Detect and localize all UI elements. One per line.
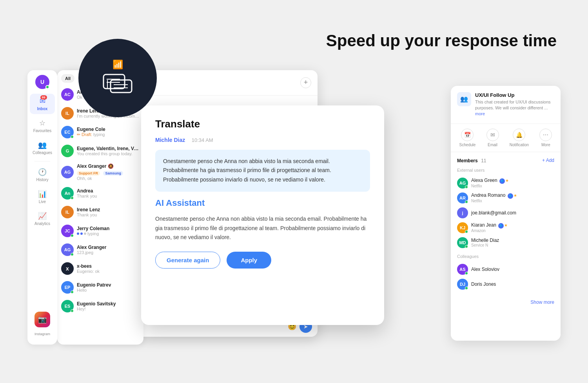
- email-action[interactable]: ✉ Email: [486, 129, 499, 147]
- instagram-label: Instagram: [34, 332, 50, 336]
- ai-assistant-title: AI Assistant: [155, 198, 370, 208]
- schedule-action[interactable]: 📅 Schedule: [459, 129, 476, 147]
- user-avatar: U: [35, 75, 49, 89]
- message-sender-info: Michle Diaz 10:34 AM: [155, 136, 370, 143]
- member-andrea-romano: AR Andrea Romano 🔷★ Netflix: [457, 191, 554, 205]
- sidebar-item-analytics[interactable]: 📈 Analytics: [30, 209, 55, 229]
- member-alex-soloviov: AS Alex Soloviov: [457, 262, 554, 277]
- chat-list-item-alex-granger2[interactable]: AG Alex Granger 123.jpeg: [57, 240, 143, 259]
- chat-list-item-andrea[interactable]: An Andrea Thank you: [57, 184, 143, 203]
- member-michelle-diaz: MD Michelle Diaz Service N: [457, 235, 554, 250]
- colleagues-label: Colleagues: [457, 254, 554, 259]
- channel-actions: 📅 Schedule ✉ Email 🔔 Notification ⋯ More: [451, 124, 561, 152]
- original-text: Onestamente penso che Anna non abbia vis…: [163, 158, 331, 183]
- sidebar: U ✉ 99 Inbox ☆ Favourites 👥 Colleagues 🕐…: [27, 70, 57, 345]
- brand-icon-circle: 📶: [78, 39, 157, 117]
- member-doris-jones: DJ Doris Jones: [457, 277, 554, 292]
- member-kiaran-jean: KJ Kiaran Jean 🔷★ Amazon: [457, 220, 554, 235]
- chat-list-item-jerry-coleman[interactable]: JC Jerry Coleman typing: [57, 221, 143, 240]
- sidebar-item-history[interactable]: 🕐 History: [30, 165, 55, 185]
- modal-title: Translate: [155, 118, 370, 130]
- svg-rect-1: [111, 80, 132, 93]
- ai-translated-text: Onestamente penso che Anna non abbia vis…: [155, 214, 370, 242]
- members-count: 11: [481, 158, 486, 163]
- translate-modal: Translate Michle Diaz 10:34 AM Onestamen…: [141, 105, 384, 325]
- sender-name: Michle Diaz: [155, 137, 185, 143]
- sender-time: 10:34 AM: [192, 137, 213, 143]
- channel-title: UX/UI Follow Up: [475, 92, 554, 98]
- chat-list-item-irene2[interactable]: IL Irene Lenz Thank you: [57, 203, 143, 221]
- sidebar-item-inbox[interactable]: ✉ 99 Inbox: [30, 94, 55, 114]
- member-joe-blank: j joe.blank@gmail.com: [457, 205, 554, 220]
- sidebar-item-live[interactable]: 📊 Live: [30, 187, 55, 207]
- more-action[interactable]: ⋯ More: [539, 129, 552, 147]
- channel-info-panel: 👥 UX/UI Follow Up This chat created for …: [451, 86, 561, 341]
- svg-rect-0: [103, 74, 125, 89]
- external-users-label: External users: [457, 168, 554, 172]
- chat-list-item-eugenio-savitsky[interactable]: ES Eugenio Savitsky Hey!: [57, 297, 143, 316]
- channel-desc: This chat created for UX/UI discussions …: [475, 99, 554, 117]
- sidebar-item-colleagues[interactable]: 👥 Colleagues: [30, 138, 55, 158]
- instagram-icon[interactable]: 📷: [34, 312, 50, 327]
- members-label: Members: [457, 158, 478, 163]
- chat-list-tab-all[interactable]: All: [61, 74, 74, 83]
- headline: Speed up your response time: [326, 31, 557, 51]
- notification-action[interactable]: 🔔 Notification: [510, 129, 529, 147]
- add-to-chat-button[interactable]: +: [300, 77, 311, 88]
- show-more-button[interactable]: Show more: [451, 296, 561, 308]
- generate-again-button[interactable]: Generate again: [155, 252, 220, 269]
- chat-list-item-xbees[interactable]: x x-bees Eugenio: ok: [57, 259, 143, 278]
- original-text-box: Onestamente penso che Anna non abbia vis…: [155, 150, 370, 192]
- chat-list-item-eugene-cole[interactable]: EC Eugene Cole ✏ Draft: typing: [57, 123, 143, 142]
- channel-icon: 👥: [457, 92, 471, 106]
- member-alexa-green: AG Alexa Green 🔷★ Netflix: [457, 176, 554, 191]
- chat-list-items: AC Andrea...y Coleman Ok I'll take a loo…: [57, 83, 143, 345]
- modal-actions: Generate again Apply: [155, 252, 370, 269]
- add-member-button[interactable]: + Add: [542, 158, 554, 163]
- apply-button[interactable]: Apply: [227, 252, 271, 269]
- sidebar-item-favourites[interactable]: ☆ Favourites: [30, 116, 55, 136]
- chat-list-item-eugenio-patrev[interactable]: EP Eugenio Patrev Hello: [57, 278, 143, 297]
- chat-list-item-alex-granger[interactable]: AG Alex Granger 🔕 Support FR Samsung Ohh…: [57, 160, 143, 184]
- chat-list-item-group[interactable]: G Eugene, Valentin, Irene, Vasyly, E... …: [57, 142, 143, 160]
